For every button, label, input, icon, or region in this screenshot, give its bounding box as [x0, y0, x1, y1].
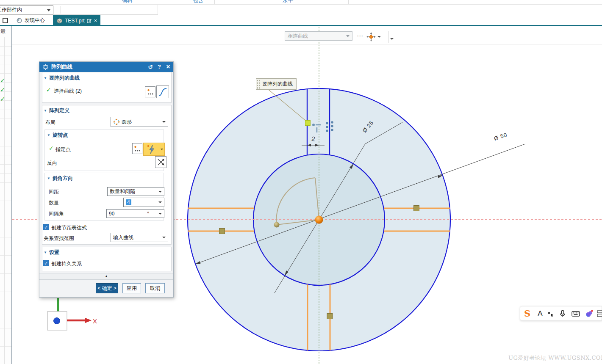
- tab-bar: 发现中心 TEST.prt ×: [0, 15, 602, 25]
- chevron-down-icon: [158, 191, 162, 193]
- definition-group-header[interactable]: ▼阵列定义: [44, 107, 69, 114]
- pattern-instance-handle[interactable]: [219, 229, 225, 234]
- apply-button[interactable]: 应用: [122, 283, 141, 293]
- ribbon-separator: [214, 0, 215, 4]
- language-mode-icon[interactable]: A: [538, 309, 542, 318]
- chevron-down-icon: [47, 9, 50, 11]
- history-check-icon[interactable]: ✓: [0, 77, 6, 84]
- pattern-instance-handle[interactable]: [414, 206, 419, 211]
- reset-icon[interactable]: ↺: [146, 62, 155, 72]
- settings-group: [42, 247, 172, 271]
- point-dialog-icon: [133, 145, 141, 152]
- navigator-column-header: 最: [0, 28, 6, 35]
- relation-scope-value: 输入曲线: [113, 234, 133, 241]
- tab-test-prt[interactable]: TEST.prt ×: [53, 15, 100, 26]
- help-icon[interactable]: ?: [155, 62, 163, 72]
- settings-group-header[interactable]: ▼设置: [44, 249, 59, 256]
- work-part-scope-dropdown[interactable]: 工作部件内: [0, 6, 53, 14]
- x-axis-arrow: [85, 318, 92, 323]
- selected-curve-handle[interactable]: [305, 121, 311, 126]
- inferred-point-button[interactable]: [143, 143, 165, 156]
- persistent-relation-label[interactable]: 创建持久关系: [51, 260, 82, 267]
- chevron-down-icon: [162, 237, 166, 238]
- z-axis-dot[interactable]: [54, 318, 60, 324]
- discovery-center-icon: [16, 17, 22, 24]
- spacing-value: 数量和间隔: [110, 188, 135, 195]
- part-navigator-strip[interactable]: 最 ✓ ✓ ✓: [0, 26, 12, 364]
- window-checkbox[interactable]: [3, 18, 8, 23]
- punctuation-icon[interactable]: [547, 310, 554, 317]
- reverse-direction-icon: [157, 158, 165, 166]
- tooltip-label: 要阵列的曲线: [260, 79, 293, 89]
- angle-group-header[interactable]: ▼斜角方向: [47, 175, 73, 182]
- close-icon[interactable]: ×: [164, 62, 172, 72]
- ribbon-separator: [176, 0, 176, 4]
- pitch-angle-value[interactable]: 90: [109, 211, 114, 217]
- pitch-angle-label: 间隔角: [49, 210, 64, 218]
- pitch-angle-combo[interactable]: 90 °: [106, 209, 164, 218]
- history-check-icon[interactable]: ✓: [0, 95, 6, 103]
- pattern-instance-handle[interactable]: [327, 314, 333, 319]
- ime-toolbar[interactable]: S A: [520, 306, 602, 321]
- chevron-down-icon[interactable]: [159, 143, 164, 155]
- lightning-icon: [147, 144, 156, 154]
- spacing-dropdown[interactable]: 数量和间隔: [107, 187, 164, 196]
- dialog-collapse-button[interactable]: ▲: [39, 273, 173, 280]
- more-options-button[interactable]: ⋯: [356, 31, 364, 41]
- toolbar-separator: [61, 6, 61, 14]
- chevron-down-icon: [346, 35, 350, 37]
- dialog-title: 阵列曲线: [51, 63, 72, 71]
- cancel-button[interactable]: 取消: [145, 283, 165, 293]
- chevron-down-icon: [162, 121, 166, 123]
- curve-rule-dropdown[interactable]: 相连曲线: [285, 31, 352, 41]
- ribbon-group-label: 编辑: [122, 0, 133, 4]
- skin-icon[interactable]: [585, 309, 594, 318]
- drag-handle-icon[interactable]: [256, 79, 260, 89]
- dialog-titlebar[interactable]: 阵列曲线 ↺ ? ×: [39, 62, 173, 72]
- dim-text-outer[interactable]: Ø 50: [493, 131, 508, 142]
- chevron-down-icon[interactable]: [390, 38, 394, 40]
- point-dialog-icon: [147, 88, 154, 96]
- ribbon-separator: [348, 0, 349, 4]
- pattern-curve-dialog: 阵列曲线 ↺ ? × ▼要阵列的曲线 ✓ 选择曲线 (2) ▼阵列定义 布局 圆…: [39, 61, 174, 298]
- persistent-relation-checkbox[interactable]: ✓: [43, 260, 49, 266]
- rotation-point-handle[interactable]: [315, 216, 323, 224]
- count-combo[interactable]: 4: [123, 198, 164, 207]
- direction-handle[interactable]: [274, 222, 280, 228]
- microphone-icon[interactable]: [559, 309, 566, 318]
- select-curve-label[interactable]: 选择曲线 (2): [54, 88, 82, 95]
- curve-select-button[interactable]: [156, 85, 169, 98]
- relation-scope-dropdown[interactable]: 输入曲线: [111, 233, 168, 242]
- snap-point-icon: [366, 32, 376, 42]
- point-dialog-button[interactable]: [132, 143, 142, 154]
- layout-label: 布局: [45, 119, 55, 126]
- keyboard-icon[interactable]: [571, 310, 580, 317]
- reverse-direction-button[interactable]: [155, 156, 166, 168]
- tab-close-icon[interactable]: ×: [94, 18, 97, 23]
- part-icon: [56, 17, 63, 24]
- tab-label: TEST.prt: [65, 18, 85, 24]
- specify-point-label[interactable]: 指定点: [55, 146, 71, 153]
- pitch-expression-checkbox[interactable]: ✓: [43, 224, 49, 230]
- history-check-icon[interactable]: ✓: [0, 86, 6, 94]
- count-value[interactable]: 4: [126, 199, 131, 205]
- layout-dropdown[interactable]: 圆形: [111, 117, 168, 127]
- ribbon-group-label: 水平: [283, 0, 293, 4]
- rotation-group-header[interactable]: ▼旋转点: [47, 132, 68, 139]
- snap-point-button[interactable]: [366, 30, 384, 43]
- toolbar-separator: [388, 31, 388, 43]
- modified-icon: [87, 18, 92, 23]
- ok-button[interactable]: < 确定 >: [96, 283, 118, 293]
- quick-access-row: 工作部件内: [0, 5, 602, 15]
- curve-rule-value: 相连曲线: [288, 33, 308, 39]
- toolbar-border: [158, 5, 158, 15]
- tab-discovery-center[interactable]: 发现中心: [13, 15, 48, 25]
- count-label: 数量: [49, 199, 59, 207]
- toolbox-icon[interactable]: [597, 310, 602, 317]
- coordinate-triad[interactable]: X: [47, 298, 97, 330]
- relation-scope-label: 关系查找范围: [44, 235, 74, 242]
- point-dialog-button[interactable]: [145, 86, 155, 97]
- pitch-expression-label[interactable]: 创建节距表达式: [51, 224, 87, 232]
- sogou-logo-icon[interactable]: S: [524, 308, 530, 319]
- curves-group-header[interactable]: ▼要阵列的曲线: [44, 74, 80, 82]
